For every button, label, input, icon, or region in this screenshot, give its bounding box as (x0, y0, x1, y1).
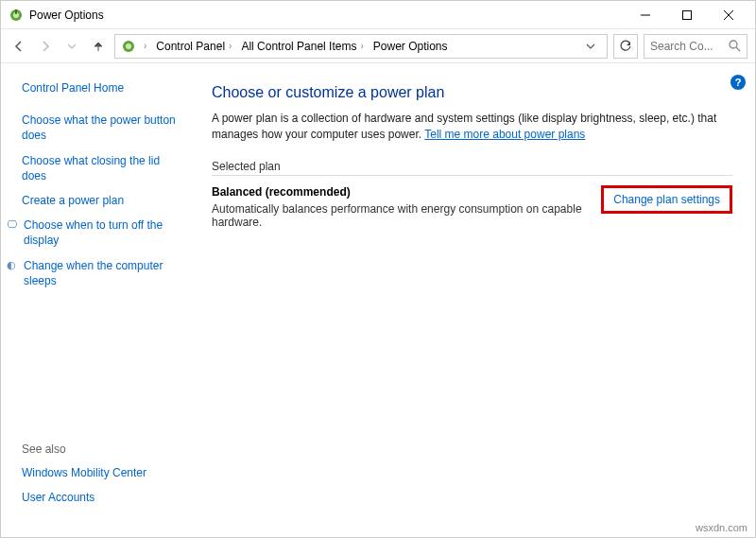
link-label: Choose when to turn off the display (24, 217, 185, 248)
back-button[interactable] (9, 36, 29, 57)
window-title: Power Options (29, 9, 104, 22)
search-icon (729, 40, 741, 52)
refresh-button[interactable] (613, 34, 638, 59)
minimize-button[interactable] (625, 2, 666, 28)
power-options-icon (9, 8, 24, 23)
plan-info: Balanced (recommended) Automatically bal… (212, 185, 592, 229)
address-bar[interactable]: › Control Panel › All Control Panel Item… (114, 34, 608, 59)
search-input[interactable] (650, 40, 729, 53)
sidebar-link-create-plan[interactable]: Create a power plan (22, 193, 185, 208)
svg-point-9 (730, 41, 737, 48)
sidebar-link-power-button[interactable]: Choose what the power button does (22, 113, 185, 143)
display-icon: 🖵 (5, 217, 18, 232)
address-dropdown[interactable] (586, 42, 603, 51)
sidebar-link-sleep[interactable]: ◐ Change when the computer sleeps (22, 258, 185, 288)
page-heading: Choose or customize a power plan (212, 84, 732, 101)
breadcrumb-label: Power Options (373, 40, 448, 53)
svg-rect-2 (15, 9, 17, 14)
main-panel: Choose or customize a power plan A power… (195, 63, 755, 537)
watermark: wsxdn.com (696, 522, 747, 533)
chevron-right-icon: › (229, 41, 232, 51)
svg-rect-4 (683, 10, 692, 19)
see-also-section: See also Windows Mobility Center User Ac… (22, 443, 185, 514)
page-description: A power plan is a collection of hardware… (212, 111, 732, 143)
link-label: User Accounts (22, 490, 185, 505)
forward-button[interactable] (35, 36, 56, 57)
plan-description: Automatically balances performance with … (212, 202, 592, 229)
see-also-mobility-center[interactable]: Windows Mobility Center (22, 465, 185, 480)
sidebar-link-turn-off-display[interactable]: 🖵 Choose when to turn off the display (22, 217, 185, 248)
link-label: Control Panel Home (22, 80, 185, 95)
link-label: Choose what closing the lid does (22, 153, 185, 183)
sidebar-link-closing-lid[interactable]: Choose what closing the lid does (22, 153, 185, 183)
titlebar: Power Options (1, 1, 755, 29)
see-also-user-accounts[interactable]: User Accounts (22, 490, 185, 505)
breadcrumb-sep[interactable]: › (140, 39, 150, 53)
breadcrumb-label: Control Panel (156, 40, 225, 53)
breadcrumb-item[interactable]: All Control Panel Items › (237, 38, 367, 55)
chevron-right-icon: › (360, 41, 363, 51)
close-button[interactable] (708, 2, 749, 28)
sleep-icon: ◐ (5, 258, 18, 272)
link-label: Change when the computer sleeps (24, 258, 185, 288)
svg-line-10 (736, 47, 740, 51)
navbar: › Control Panel › All Control Panel Item… (1, 29, 755, 63)
selected-plan-label: Selected plan (212, 160, 732, 176)
breadcrumb-item[interactable]: Control Panel › (152, 38, 235, 55)
recent-dropdown[interactable] (61, 36, 82, 57)
link-label: Windows Mobility Center (22, 465, 185, 480)
power-options-icon (121, 39, 136, 54)
plan-row: Balanced (recommended) Automatically bal… (212, 185, 732, 229)
change-plan-settings-link[interactable]: Change plan settings (601, 185, 732, 214)
maximize-button[interactable] (666, 2, 708, 28)
control-panel-home-link[interactable]: Control Panel Home (22, 80, 185, 95)
window-controls (625, 2, 749, 28)
content: Control Panel Home Choose what the power… (1, 63, 755, 537)
up-button[interactable] (88, 36, 109, 57)
see-also-label: See also (22, 443, 185, 456)
link-label: Create a power plan (22, 193, 185, 208)
link-label: Choose what the power button does (22, 113, 185, 143)
svg-point-8 (126, 43, 131, 49)
help-icon[interactable]: ? (730, 75, 746, 90)
sidebar: Control Panel Home Choose what the power… (1, 63, 195, 537)
search-box[interactable] (644, 34, 747, 59)
power-plans-help-link[interactable]: Tell me more about power plans (424, 128, 585, 141)
breadcrumb-label: All Control Panel Items (241, 40, 356, 53)
plan-name: Balanced (recommended) (212, 185, 592, 199)
breadcrumb-item[interactable]: Power Options (369, 38, 452, 55)
